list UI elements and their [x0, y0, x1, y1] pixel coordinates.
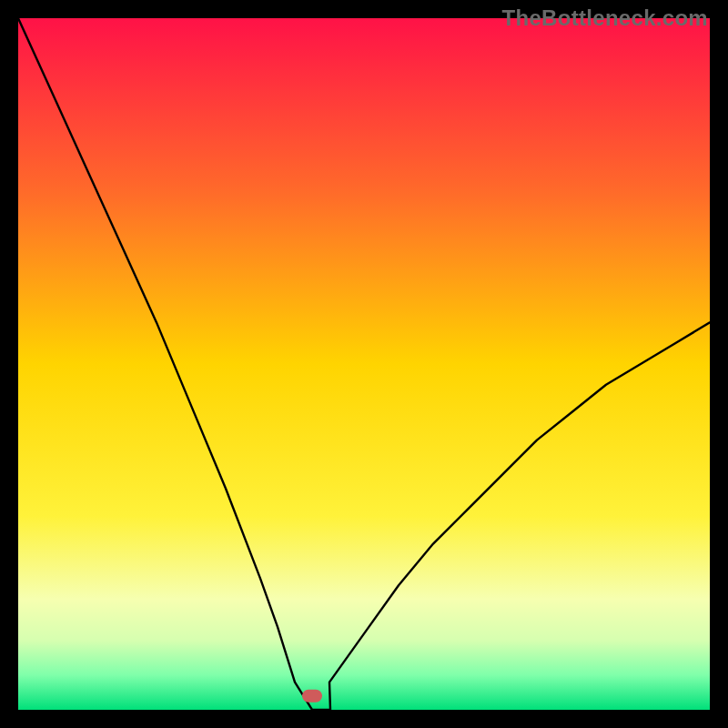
optimum-marker [302, 690, 322, 703]
gradient-background [18, 18, 710, 710]
attribution-text: TheBottleneck.com [502, 5, 708, 31]
plot-area [18, 18, 710, 710]
chart-frame: TheBottleneck.com [0, 0, 728, 728]
